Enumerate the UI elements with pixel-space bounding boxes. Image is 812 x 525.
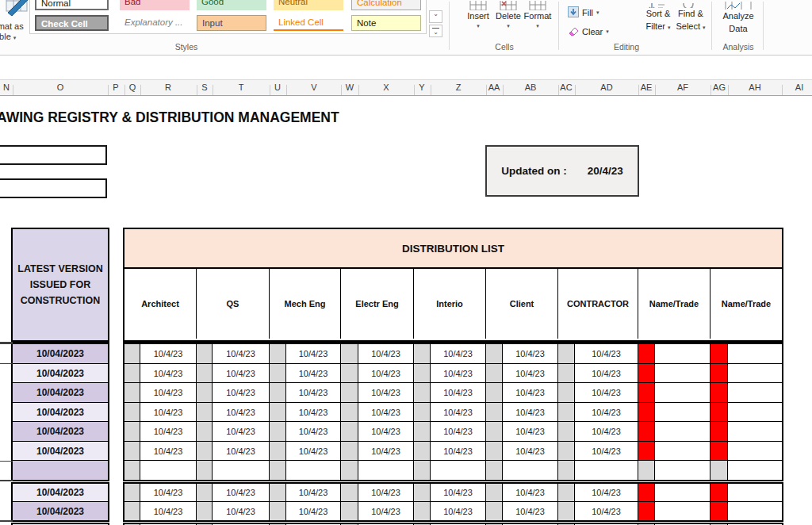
distribution-date-cell[interactable] [728, 364, 782, 382]
spacer-cell[interactable] [558, 403, 575, 421]
distribution-date-cell[interactable]: 10/4/23 [286, 484, 341, 501]
style-neutral[interactable]: Neutral [274, 0, 343, 10]
spacer-cell[interactable] [486, 484, 503, 501]
spacer-cell[interactable] [270, 442, 286, 460]
distribution-date-cell[interactable]: 10/4/23 [286, 403, 341, 421]
spacer-cell[interactable] [270, 403, 286, 421]
format-button[interactable]: Format ▾ [519, 0, 556, 29]
spacer-cell[interactable] [270, 484, 286, 501]
column-header-W[interactable]: W [346, 82, 354, 92]
updated-on-box[interactable]: Updated on : 20/4/23 [485, 145, 639, 197]
spacer-cell[interactable] [414, 403, 431, 421]
spacer-cell[interactable] [124, 364, 140, 382]
name-trade-highlight-cell[interactable] [638, 383, 655, 402]
analyze-data-button[interactable]: Analyze Data [722, 10, 753, 35]
latest-version-cell[interactable]: 10/04/2023 [13, 442, 108, 461]
name-trade-highlight-cell[interactable] [638, 364, 655, 382]
distribution-date-cell[interactable]: 10/4/23 [503, 484, 558, 501]
spacer-cell[interactable] [124, 383, 140, 402]
column-header-AG[interactable]: AG [713, 82, 726, 92]
spacer-cell[interactable] [558, 484, 575, 501]
distribution-date-cell[interactable]: 10/4/23 [575, 344, 638, 363]
spacer-cell[interactable] [341, 461, 358, 480]
spacer-cell[interactable] [414, 502, 431, 520]
spacer-cell[interactable] [341, 364, 358, 382]
distribution-date-cell[interactable]: 10/4/23 [575, 383, 638, 402]
column-header-T[interactable]: T [239, 82, 244, 92]
spacer-cell[interactable] [341, 484, 358, 501]
distribution-date-cell[interactable]: 10/4/23 [358, 442, 414, 460]
spacer-cell[interactable] [414, 484, 431, 501]
column-header-O[interactable]: O [57, 82, 64, 92]
column-header-R[interactable]: R [165, 82, 171, 92]
distribution-date-cell[interactable] [655, 461, 710, 480]
column-header-mech-eng[interactable]: Mech Eng [270, 269, 341, 339]
spacer-cell[interactable] [197, 344, 213, 363]
distribution-date-cell[interactable]: 10/4/23 [286, 502, 341, 520]
distribution-date-cell[interactable] [728, 442, 782, 460]
spacer-cell[interactable] [414, 422, 431, 441]
spacer-cell[interactable] [486, 442, 503, 460]
distribution-date-cell[interactable]: 10/4/23 [431, 422, 486, 441]
spacer-cell[interactable] [124, 344, 140, 363]
latest-version-cell[interactable]: 10/04/2023 [13, 344, 108, 364]
distribution-date-cell[interactable] [728, 461, 782, 480]
spacer-cell[interactable] [124, 403, 140, 421]
name-trade-highlight-cell[interactable] [710, 502, 728, 520]
style-good[interactable]: Good [197, 0, 266, 10]
column-header-AD[interactable]: AD [600, 82, 612, 92]
name-trade-highlight-cell[interactable] [710, 484, 728, 501]
distribution-date-cell[interactable]: 10/4/23 [140, 403, 197, 421]
spacer-cell[interactable] [270, 422, 286, 441]
spacer-cell[interactable] [341, 422, 358, 441]
distribution-date-cell[interactable] [358, 461, 414, 480]
spacer-cell[interactable] [124, 422, 140, 441]
column-header-AE[interactable]: AE [641, 82, 653, 92]
column-header-AC[interactable]: AC [560, 82, 572, 92]
spacer-cell[interactable] [710, 461, 728, 480]
page-title[interactable]: AWING REGISTRY & DISTRIBUTION MANAGEMENT [0, 109, 339, 126]
distribution-date-cell[interactable] [431, 461, 486, 480]
distribution-date-cell[interactable]: 10/4/23 [358, 422, 414, 441]
distribution-date-cell[interactable] [213, 461, 270, 480]
distribution-date-cell[interactable] [655, 383, 710, 402]
column-header-Y[interactable]: Y [419, 82, 424, 92]
distribution-date-cell[interactable] [728, 484, 782, 501]
distribution-date-cell[interactable] [728, 344, 782, 363]
style-note[interactable]: Note [351, 15, 421, 31]
distribution-date-cell[interactable]: 10/4/23 [358, 364, 414, 382]
distribution-date-cell[interactable] [728, 383, 782, 402]
distribution-date-cell[interactable]: 10/4/23 [286, 383, 341, 402]
latest-version-cell[interactable] [13, 461, 108, 480]
distribution-date-cell[interactable]: 10/4/23 [213, 344, 270, 363]
spacer-cell[interactable] [486, 502, 503, 520]
spacer-cell[interactable] [124, 461, 140, 480]
style-bad[interactable]: Bad [120, 0, 190, 10]
spacer-cell[interactable] [197, 403, 213, 421]
distribution-date-cell[interactable]: 10/4/23 [575, 442, 638, 460]
distribution-date-cell[interactable] [655, 403, 710, 421]
distribution-date-cell[interactable]: 10/4/23 [431, 502, 486, 520]
distribution-date-cell[interactable]: 10/4/23 [575, 403, 638, 421]
distribution-date-cell[interactable]: 10/4/23 [358, 403, 414, 421]
distribution-date-cell[interactable]: 10/4/23 [503, 383, 558, 402]
spacer-cell[interactable] [341, 442, 358, 460]
distribution-list-header[interactable]: DISTRIBUTION LIST [124, 229, 782, 269]
distribution-date-cell[interactable]: 10/4/23 [503, 442, 558, 460]
column-header-qs[interactable]: QS [197, 269, 270, 339]
distribution-date-cell[interactable]: 10/4/23 [358, 344, 414, 363]
spacer-cell[interactable] [197, 484, 213, 501]
distribution-date-cell[interactable] [140, 461, 197, 480]
spacer-cell[interactable] [197, 502, 213, 520]
gallery-scroll-down-button[interactable]: ⌄ [429, 10, 442, 23]
spacer-cell[interactable] [124, 502, 140, 520]
column-header-interio[interactable]: Interio [414, 269, 486, 339]
distribution-date-cell[interactable]: 10/4/23 [358, 502, 414, 520]
column-header-architect[interactable]: Architect [124, 269, 197, 339]
name-trade-highlight-cell[interactable] [710, 383, 728, 402]
spacer-cell[interactable] [558, 344, 575, 363]
name-trade-highlight-cell[interactable] [710, 364, 728, 382]
distribution-date-cell[interactable] [286, 461, 341, 480]
column-header-N[interactable]: N [3, 82, 10, 92]
style-linked-cell[interactable]: Linked Cell [274, 15, 343, 31]
